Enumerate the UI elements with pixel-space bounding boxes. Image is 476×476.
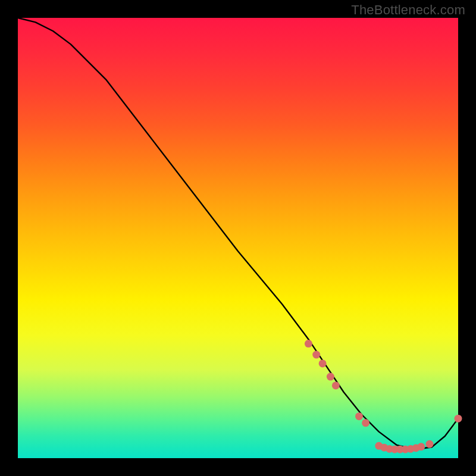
data-marker bbox=[327, 373, 334, 381]
data-marker bbox=[312, 351, 320, 359]
data-marker bbox=[417, 443, 425, 450]
curve-line bbox=[18, 18, 458, 449]
data-marker bbox=[305, 340, 312, 347]
markers-group bbox=[305, 340, 462, 453]
plot-area bbox=[18, 18, 458, 458]
data-marker bbox=[355, 412, 363, 420]
data-marker bbox=[362, 419, 369, 427]
chart-svg bbox=[18, 18, 458, 458]
data-marker bbox=[455, 415, 462, 422]
watermark-text: TheBottleneck.com bbox=[351, 2, 465, 18]
chart-frame: TheBottleneck.com bbox=[0, 0, 476, 476]
data-marker bbox=[319, 359, 327, 367]
data-marker bbox=[332, 381, 340, 389]
data-marker bbox=[425, 440, 433, 448]
